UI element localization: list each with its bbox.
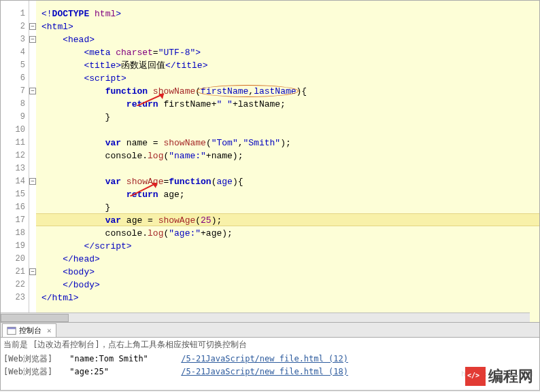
code-line[interactable]: } [41,111,110,124]
svg-line-0 [137,94,164,106]
line-number: 22 [1,279,25,291]
watermark: 编程网 [465,366,533,387]
line-number: 5 [1,59,25,72]
console-message: "age:25" [69,367,171,376]
fold-toggle[interactable]: − [29,268,36,275]
watermark-logo-icon [465,367,486,386]
console-source: [Web浏览器] [3,366,65,378]
console-icon [7,326,16,336]
line-number: 23 [1,291,25,304]
code-line[interactable]: </html> [41,291,79,304]
code-line[interactable]: <!DOCTYPE html> [41,7,121,20]
console-message: "name:Tom Smith" [69,354,171,363]
console-tabbar: 控制台 ✕ [1,323,539,338]
scrollbar-thumb[interactable] [1,314,69,322]
line-number: 6 [1,72,25,85]
fold-toggle[interactable]: − [29,88,36,94]
fold-toggle[interactable]: − [29,178,36,185]
code-line[interactable]: <html> [41,20,73,33]
line-number: 20 [1,253,25,266]
line-number: 16 [1,201,25,214]
line-number: 21 [1,266,25,279]
console-row: [Web浏览器] "name:Tom Smith"/5-21JavaScript… [3,353,537,365]
annotation-arrow-2 [130,183,164,196]
console-link[interactable]: /5-21JavaScript/new file.html (18) [181,367,348,376]
line-number: 10 [1,124,25,137]
code-line[interactable]: <title>函数返回值</title> [41,59,207,72]
line-number: 15 [1,188,25,201]
console-hint: 当前是 [边改边看控制台]，点右上角工具条相应按钮可切换控制台 [3,339,537,351]
line-number: 13 [1,162,25,175]
console-tab-label: 控制台 [19,325,41,336]
svg-rect-5 [7,327,16,329]
line-number: 19 [1,240,25,253]
line-number: 3 [1,33,25,46]
line-number: 14 [1,175,25,188]
line-number: 1 [1,7,25,20]
code-line[interactable]: <head> [41,33,95,46]
code-line[interactable]: <script> [41,72,126,85]
code-line[interactable]: <meta charset="UTF-8"> [41,46,201,59]
line-number: 4 [1,46,25,59]
line-number: 8 [1,98,25,111]
console-body: 当前是 [边改边看控制台]，点右上角工具条相应按钮可切换控制台 [Web浏览器]… [1,338,539,380]
annotation-circle [197,85,299,97]
code-editor[interactable]: 1<!DOCTYPE html>2−<html>3− <head>4 <meta… [0,0,540,323]
annotation-arrow-1 [137,92,171,106]
console-row: [Web浏览器] "age:25"/5-21JavaScript/new fil… [3,366,537,378]
svg-line-2 [130,183,157,196]
console-source: [Web浏览器] [3,353,65,365]
code-line[interactable]: } [41,201,110,214]
code-line[interactable]: var age = showAge(25); [41,214,222,227]
close-icon[interactable]: ✕ [47,326,52,335]
console-link[interactable]: /5-21JavaScript/new file.html (12) [181,354,348,363]
code-line[interactable]: var name = showName("Tom","Smith"); [41,137,291,149]
fold-toggle[interactable]: − [29,23,36,30]
fold-toggle[interactable]: − [29,36,36,43]
code-line[interactable]: </head> [41,253,100,266]
line-number: 7 [1,85,25,98]
line-number: 9 [1,111,25,124]
watermark-text: 编程网 [488,366,533,387]
code-line[interactable]: console.log("name:"+name); [41,149,243,162]
line-number: 12 [1,149,25,162]
line-number: 2 [1,20,25,33]
code-line[interactable]: </script> [41,240,132,253]
horizontal-scrollbar[interactable] [1,313,530,322]
console-panel: 控制台 ✕ 当前是 [边改边看控制台]，点右上角工具条相应按钮可切换控制台 [W… [0,323,540,391]
line-number: 11 [1,137,25,149]
code-line[interactable]: </body> [41,279,100,291]
line-number: 18 [1,227,25,240]
line-number: 17 [1,214,25,227]
code-line[interactable]: <body> [41,266,95,279]
console-tab[interactable]: 控制台 ✕ [2,323,56,337]
code-line[interactable]: console.log("age:"+age); [41,227,233,240]
